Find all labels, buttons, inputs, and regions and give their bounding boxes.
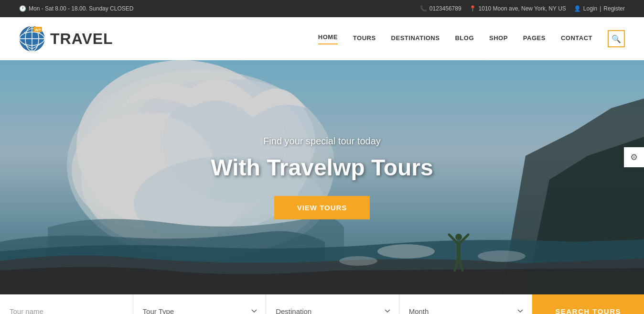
settings-icon: ⚙	[630, 152, 638, 162]
svg-text:WP: WP	[35, 28, 42, 32]
search-icon: 🔍	[612, 34, 621, 43]
logo[interactable]: ✈ WP TRAVEL	[19, 26, 113, 52]
topbar-hours: 🕐 Mon - Sat 8.00 - 18.00. Sunday CLOSED	[19, 5, 133, 12]
login-link[interactable]: Login	[583, 5, 597, 12]
nav-tours[interactable]: TOURS	[353, 34, 376, 43]
topbar-left: 🕐 Mon - Sat 8.00 - 18.00. Sunday CLOSED	[19, 5, 133, 12]
header-search-button[interactable]: 🔍	[608, 30, 625, 47]
nav-destinations[interactable]: DESTINATIONS	[391, 34, 440, 43]
header: ✈ WP TRAVEL HOME TOURS DESTINATIONS BLOG…	[0, 17, 644, 60]
hero-section: Find your special tour today With Travel…	[0, 60, 644, 294]
search-tours-button[interactable]: SEARCH TOURS	[532, 294, 644, 314]
nav-shop[interactable]: SHOP	[489, 34, 508, 43]
topbar-auth: 👤 Login | Register	[574, 5, 625, 12]
topbar-phone: 📞 0123456789	[420, 5, 462, 12]
topbar-right: 📞 0123456789 📍 1010 Moon ave, New York, …	[420, 5, 625, 12]
hero-title: With Travelwp Tours	[211, 154, 433, 181]
tour-type-select[interactable]: Tour Type Adventure Cultural Beach Mount…	[133, 294, 267, 314]
destination-select[interactable]: Destination Europe Asia America Africa	[266, 294, 399, 314]
phone-icon: 📞	[420, 5, 427, 12]
nav-pages[interactable]: PAGES	[523, 34, 546, 43]
clock-icon: 🕐	[19, 5, 26, 12]
topbar: 🕐 Mon - Sat 8.00 - 18.00. Sunday CLOSED …	[0, 0, 644, 17]
nav-home[interactable]: HOME	[318, 33, 338, 44]
user-icon: 👤	[574, 5, 581, 12]
location-icon: 📍	[469, 5, 476, 12]
register-link[interactable]: Register	[603, 5, 625, 12]
tour-name-input[interactable]	[0, 294, 133, 314]
month-select[interactable]: Month January February March April May J…	[399, 294, 533, 314]
hero-subtitle: Find your special tour today	[211, 136, 433, 147]
logo-text: TRAVEL	[50, 31, 113, 46]
view-tours-button[interactable]: VIEW TOURS	[274, 196, 370, 219]
auth-divider: |	[600, 5, 601, 12]
hero-content: Find your special tour today With Travel…	[211, 136, 433, 219]
settings-tab[interactable]: ⚙	[624, 147, 644, 167]
nav-blog[interactable]: BLOG	[455, 34, 474, 43]
topbar-address: 📍 1010 Moon ave, New York, NY US	[469, 5, 566, 12]
main-nav: HOME TOURS DESTINATIONS BLOG SHOP PAGES …	[318, 30, 625, 47]
nav-contact[interactable]: CONTACT	[561, 34, 592, 43]
search-bar: Tour Type Adventure Cultural Beach Mount…	[0, 294, 644, 314]
logo-globe-icon: ✈ WP	[19, 26, 45, 52]
